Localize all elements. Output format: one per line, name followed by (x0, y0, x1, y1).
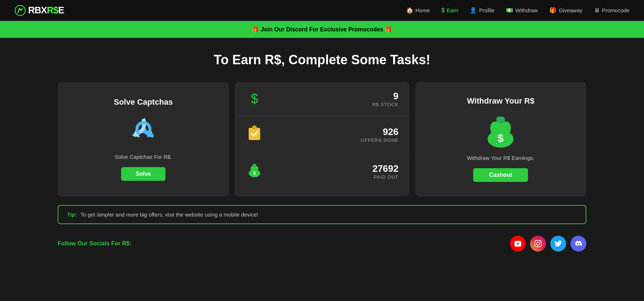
withdraw-nav-icon: 💵 (506, 7, 513, 14)
twitter-button[interactable] (550, 236, 566, 252)
twitter-icon (555, 240, 562, 247)
home-icon: 🏠 (406, 7, 413, 14)
profile-icon: 👤 (470, 7, 477, 14)
nav-earn-label: Earn (447, 7, 458, 13)
nav-profile-label: Profile (479, 7, 494, 13)
nav-home-label: Home (416, 7, 430, 13)
tip-box: Tip: To get simpler and more big offers,… (58, 205, 586, 224)
withdraw-description: Withdraw Your R$ Earnings. (467, 155, 535, 161)
instagram-button[interactable] (530, 236, 546, 252)
youtube-button[interactable] (510, 236, 526, 252)
captcha-icon (127, 114, 160, 147)
giveaway-icon: 🎁 (549, 7, 556, 14)
promocode-icon: 🖥 (594, 7, 600, 14)
earn-icon: $ (441, 7, 445, 14)
svg-point-0 (15, 5, 25, 16)
nav-withdraw[interactable]: 💵 Withdraw (506, 7, 538, 14)
cashout-button[interactable]: Cashout (473, 168, 528, 182)
tip-label: Tip: (67, 211, 77, 218)
youtube-icon (514, 240, 521, 247)
stat-row-offers: 926 OFFERS DONE (235, 116, 409, 153)
discord-banner[interactable]: 🎁 Join Our Discord For Exclusive Promoco… (0, 21, 644, 38)
nav-links: 🏠 Home $ Earn 👤 Profile 💵 Withdraw 🎁 Giv… (406, 7, 630, 14)
withdraw-money-bag-icon: $ (484, 113, 517, 148)
svg-rect-4 (253, 164, 256, 167)
stat-row-paidout: $ 27692 PAID OUT (235, 153, 409, 189)
captcha-card: Solve Captchas Solve Captchas For R$. So… (58, 82, 229, 196)
money-bag-icon: $ (245, 162, 263, 181)
stats-card: $ 9 R$ STOCK 926 OFFERS DONE (235, 82, 409, 196)
nav-giveaway[interactable]: 🎁 Giveaway (549, 7, 582, 14)
main-content: To Earn R$, Complete Some Tasks! Solve C… (0, 38, 644, 266)
stat-values-stock: 9 R$ STOCK (372, 91, 399, 107)
navbar: RBXR$E 🏠 Home $ Earn 👤 Profile 💵 Withdra… (0, 0, 644, 21)
discord-button[interactable] (570, 236, 586, 252)
stat-values-offers: 926 OFFERS DONE (361, 126, 399, 143)
svg-rect-7 (496, 117, 505, 123)
instagram-icon (534, 240, 542, 247)
footer-row: Follow Our Socials For R$: (58, 236, 586, 252)
cards-row: Solve Captchas Solve Captchas For R$. So… (58, 82, 586, 196)
tip-text: To get simpler and more big offers, visi… (80, 211, 258, 218)
nav-withdraw-label: Withdraw (515, 7, 538, 13)
nav-earn[interactable]: $ Earn (441, 7, 458, 14)
offers-number: 926 (361, 126, 399, 138)
follow-text: Follow Our Socials For R$: (58, 240, 131, 247)
withdraw-card-title: Withdraw Your R$ (467, 96, 534, 106)
discord-icon (575, 240, 582, 247)
brand-icon (14, 5, 26, 16)
svg-text:$: $ (498, 132, 504, 144)
nav-home[interactable]: 🏠 Home (406, 7, 430, 14)
solve-button[interactable]: Solve (121, 167, 165, 181)
banner-text: 🎁 Join Our Discord For Exclusive Promoco… (252, 26, 392, 32)
paidout-label: PAID OUT (372, 174, 398, 180)
brand-logo-container[interactable]: RBXR$E (14, 5, 64, 16)
captcha-card-title: Solve Captchas (114, 97, 173, 107)
brand-name: RBXR$E (28, 5, 64, 16)
paidout-number: 27692 (372, 163, 398, 174)
stat-row-stock: $ 9 R$ STOCK (235, 82, 409, 116)
stock-label: R$ STOCK (372, 102, 399, 107)
captcha-description: Solve Captchas For R$. (115, 154, 172, 160)
nav-profile[interactable]: 👤 Profile (470, 7, 494, 14)
social-icons (510, 236, 586, 252)
page-title: To Earn R$, Complete Some Tasks! (58, 52, 586, 67)
svg-text:$: $ (253, 170, 256, 176)
nav-promocode-label: Promocode (602, 7, 630, 13)
stat-values-paidout: 27692 PAID OUT (372, 163, 398, 180)
dollar-icon: $ (245, 91, 263, 106)
svg-rect-2 (252, 126, 257, 129)
withdraw-card: Withdraw Your R$ $ Withdraw Your R$ Earn… (415, 82, 586, 196)
nav-giveaway-label: Giveaway (559, 7, 582, 13)
nav-promocode[interactable]: 🖥 Promocode (594, 7, 630, 14)
check-clipboard-icon (245, 125, 263, 144)
stock-number: 9 (372, 91, 399, 102)
offers-label: OFFERS DONE (361, 138, 399, 143)
